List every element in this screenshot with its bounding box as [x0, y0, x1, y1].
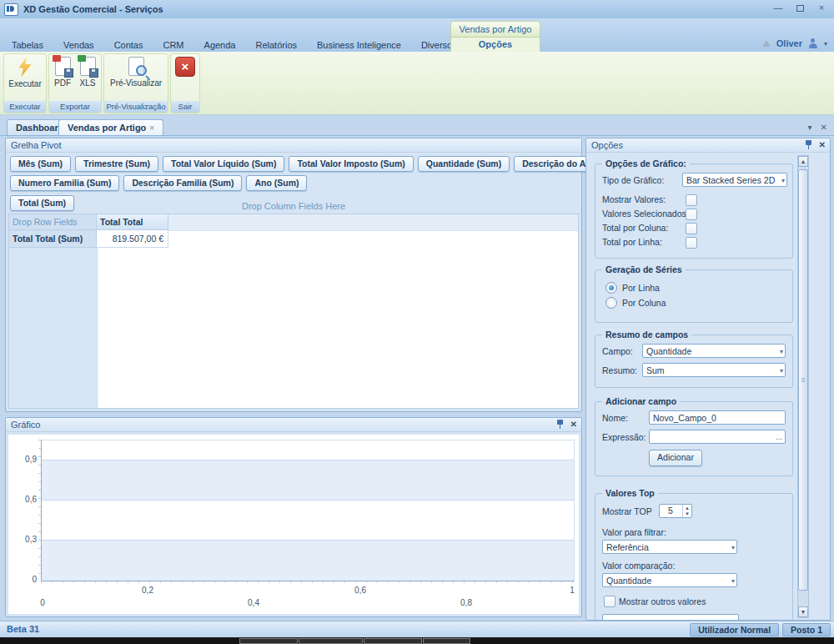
- spinner-up-icon: ▲: [685, 506, 690, 511]
- window-title: XD Gestão Comercial - Serviços: [23, 4, 163, 14]
- drop-row-fields-hint: Drop Row Fields Here: [9, 214, 97, 230]
- mostrar-valores-label: Mostrar Valores:: [602, 194, 666, 204]
- field-chip-ano[interactable]: Ano (Sum): [246, 175, 307, 191]
- minimize-button[interactable]: —: [771, 3, 786, 14]
- chevron-down-icon: ▾: [731, 541, 735, 554]
- mostrar-valores-checkbox[interactable]: [686, 194, 697, 206]
- field-chip-total-valor-imposto[interactable]: Total Valor Imposto (Sum): [289, 156, 413, 172]
- tab-strip-close-icon[interactable]: ✕: [821, 123, 827, 132]
- ribbon-tab-tabelas[interactable]: Tabelas: [12, 40, 43, 50]
- grafico-pin-icon[interactable]: [556, 420, 564, 429]
- valor-comparacao-select[interactable]: Quantidade ▾: [602, 573, 737, 587]
- field-chip-mes[interactable]: Mês (Sum): [10, 156, 71, 172]
- field-chip-numero-familia[interactable]: Numero Familia (Sum): [10, 175, 119, 191]
- export-xls-button[interactable]: XLS: [75, 57, 100, 88]
- total-por-coluna-checkbox[interactable]: [686, 223, 697, 234]
- exit-close-icon: ×: [175, 57, 195, 77]
- titlebar: XD Gestão Comercial - Serviços — ×: [0, 0, 834, 18]
- adicionar-button[interactable]: Adicionar: [649, 450, 702, 466]
- chevron-down-icon: ▾: [781, 174, 785, 187]
- ribbon-group-pre-visualizacao: Pré-Visualizar Pré-Visualização: [103, 53, 168, 113]
- pivot-field-row-1: Mês (Sum) Trimestre (Sum) Total Valor Lí…: [10, 156, 641, 172]
- ribbon-tab-contas[interactable]: Contas: [114, 40, 143, 50]
- mostrar-outros-valores-checkbox[interactable]: [604, 596, 615, 607]
- tipo-de-grafico-select[interactable]: Bar Stacked Series 2D ▾: [682, 173, 787, 187]
- pivot-header-filler: [168, 214, 578, 231]
- grelha-pivot-panel-title: Grelha Pivot: [6, 138, 581, 153]
- tab-close-icon[interactable]: ×: [149, 123, 154, 133]
- tab-list-chevron-down-icon[interactable]: ▾: [808, 123, 812, 132]
- pivot-total-value: 819.507,00 €: [97, 230, 168, 248]
- scrollbar-thumb[interactable]: [798, 169, 808, 591]
- ribbon-tab-business-inteligence[interactable]: Business Inteligence: [317, 40, 401, 50]
- opcoes-panel: Opções ✕ Opções de Gráfico: Tipo de Gráf…: [585, 138, 831, 621]
- valores-selecionados-checkbox[interactable]: [686, 209, 697, 220]
- options-scrollbar[interactable]: ▲ ▼: [797, 155, 809, 618]
- opcoes-pin-icon[interactable]: [805, 140, 812, 149]
- station-badge[interactable]: Posto 1: [782, 623, 831, 636]
- x-tick-label: 0,4: [248, 598, 259, 607]
- field-chip-descricao-familia[interactable]: Descrição Familia (Sum): [123, 175, 242, 191]
- group-valores-top: Valores Top Mostrar TOP 5 ▲▼ Valor para …: [595, 493, 793, 620]
- window-controls: — ×: [771, 3, 829, 14]
- opcoes-panel-title: Opções: [586, 138, 830, 153]
- magnifier-document-icon: [128, 57, 144, 76]
- restore-button[interactable]: [792, 3, 807, 14]
- field-chip-total-valor-liquido[interactable]: Total Valor Líquido (Sum): [163, 156, 284, 172]
- chevron-down-icon: ▾: [780, 345, 783, 358]
- expressao-input[interactable]: [649, 430, 786, 444]
- ribbon-tab-relatorios[interactable]: Relatórios: [255, 40, 297, 50]
- field-chip-trimestre[interactable]: Trimestre (Sum): [75, 156, 158, 172]
- export-pdf-button[interactable]: PDF: [50, 57, 75, 88]
- nome-label: Nome:: [602, 413, 628, 423]
- valor-para-filtrar-label: Valor para filtrar:: [602, 527, 666, 537]
- grafico-close-icon[interactable]: ✕: [570, 420, 577, 429]
- executar-button[interactable]: Executar: [4, 57, 46, 88]
- scrollbar-down-icon[interactable]: ▼: [798, 606, 808, 617]
- grelha-pivot-panel: Grelha Pivot Mês (Sum) Trimestre (Sum) T…: [5, 138, 582, 412]
- expressao-ellipsis-button[interactable]: ...: [776, 432, 782, 441]
- pivot-table: Drop Row Fields Here Total Total (Sum) T…: [8, 214, 579, 409]
- ribbon-tab-opcoes[interactable]: Opções: [450, 37, 540, 53]
- total-por-linha-checkbox[interactable]: [686, 237, 697, 249]
- preview-button[interactable]: Pré-Visualizar: [104, 57, 168, 88]
- clipped-control[interactable]: [602, 614, 739, 620]
- pivot-column-header[interactable]: Total Total (Sum): [97, 214, 168, 230]
- mostrar-top-spinner[interactable]: 5 ▲▼: [659, 504, 692, 518]
- group-geracao-de-series: Geração de Séries Por Linha Por Coluna: [595, 269, 793, 323]
- x-tick-label: 0,2: [142, 586, 153, 595]
- user-avatar-icon[interactable]: [808, 38, 818, 48]
- spinner-arrows[interactable]: ▲▼: [682, 505, 691, 517]
- close-window-button[interactable]: ×: [814, 3, 829, 14]
- chart-area: 0,9 0,6 0,3 0 0,2 0,6 1 0 0,4 0,8: [8, 435, 579, 614]
- ribbon-tab-agenda[interactable]: Agenda: [204, 40, 236, 50]
- user-menu-chevron-down-icon[interactable]: ▾: [824, 40, 827, 48]
- opcoes-close-icon[interactable]: ✕: [819, 140, 826, 149]
- user-mode-badge[interactable]: Utilizador Normal: [690, 623, 779, 636]
- grafico-panel: Gráfico ✕ 0,9 0,6 0,3 0 0,2 0,6 1 0 0,4: [5, 417, 582, 617]
- sair-button[interactable]: ×: [175, 57, 195, 77]
- campo-select[interactable]: Quantidade ▾: [642, 344, 786, 358]
- nome-input[interactable]: [649, 410, 786, 425]
- ribbon-tab-crm[interactable]: CRM: [163, 40, 183, 50]
- por-linha-radio[interactable]: [605, 282, 617, 294]
- group-opcoes-de-grafico: Opções de Gráfico: Tipo de Gráfico: Bar …: [595, 164, 793, 259]
- por-coluna-radio[interactable]: [605, 297, 617, 309]
- tab-strip-controls: ▾ ✕: [808, 123, 827, 132]
- notification-icon[interactable]: [762, 40, 771, 47]
- resumo-select[interactable]: Sum ▾: [642, 363, 786, 377]
- ribbon-tab-vendas[interactable]: Vendas: [63, 40, 94, 50]
- y-tick-label: 0,6: [12, 495, 37, 504]
- user-name[interactable]: Oliver: [776, 38, 802, 48]
- tab-vendas-por-artigo[interactable]: Vendas por Artigo×: [58, 119, 163, 135]
- pivot-row-header[interactable]: Total Total (Sum): [9, 230, 97, 248]
- ribbon: Executar Executar PDF XLS Exportar Pré-V…: [0, 52, 834, 115]
- xls-file-icon: [80, 57, 96, 76]
- valor-para-filtrar-select[interactable]: Referência ▾: [602, 540, 737, 554]
- spinner-down-icon: ▼: [685, 511, 690, 516]
- total-por-linha-label: Total por Linha:: [602, 237, 662, 247]
- field-chip-quantidade[interactable]: Quantidade (Sum): [418, 156, 510, 172]
- scrollbar-up-icon[interactable]: ▲: [798, 156, 808, 167]
- chart-plot: [41, 440, 575, 581]
- por-linha-label: Por Linha: [622, 283, 660, 293]
